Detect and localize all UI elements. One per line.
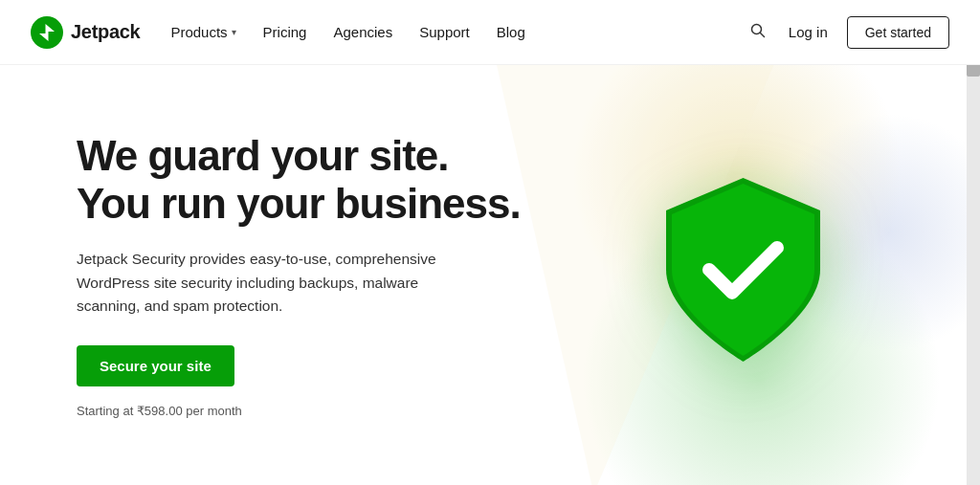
hero-description: Jetpack Security provides easy-to-use, c… [77, 248, 479, 319]
nav-blog[interactable]: Blog [497, 24, 525, 40]
search-button[interactable] [746, 19, 769, 46]
secure-site-button[interactable]: Secure your site [77, 345, 234, 386]
scrollbar[interactable] [967, 0, 980, 485]
nav-support[interactable]: Support [419, 24, 470, 40]
svg-line-2 [760, 33, 764, 36]
brand-name: Jetpack [71, 21, 140, 43]
price-note: Starting at ₹598.00 per month [77, 404, 521, 418]
logo[interactable]: Jetpack [31, 16, 140, 49]
nav-actions: Log in Get started [746, 16, 949, 49]
get-started-button[interactable]: Get started [847, 16, 949, 49]
hero-content: We guard your site. You run your busines… [0, 132, 521, 419]
nav-products[interactable]: Products ▾ [170, 24, 235, 40]
hero-section: We guard your site. You run your busines… [0, 65, 980, 485]
login-link[interactable]: Log in [789, 24, 828, 40]
shield-icon [659, 173, 827, 364]
shield-graphic [659, 173, 827, 368]
nav-agencies[interactable]: Agencies [333, 24, 392, 40]
nav-pricing[interactable]: Pricing [263, 24, 307, 40]
jetpack-logo-icon [31, 16, 63, 49]
search-icon [750, 23, 766, 38]
nav-links: Products ▾ Pricing Agencies Support Blog [170, 24, 746, 40]
navbar: Jetpack Products ▾ Pricing Agencies Supp… [0, 0, 980, 65]
hero-title: We guard your site. You run your busines… [77, 132, 521, 229]
chevron-down-icon: ▾ [232, 27, 236, 37]
